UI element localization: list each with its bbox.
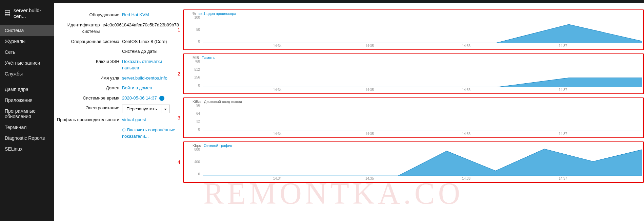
y-tick: 768 xyxy=(184,60,200,63)
info-link-4[interactable]: Показать отпечатки пальцев xyxy=(122,59,162,71)
chevron-down-icon xyxy=(164,109,167,110)
y-tick: 64 xyxy=(184,112,200,115)
svg-rect-2 xyxy=(5,15,10,16)
server-icon xyxy=(5,10,10,16)
sidebar-item-accounts[interactable]: Учётные записи xyxy=(0,58,54,68)
chart-title[interactable]: Память xyxy=(202,56,215,60)
sidebar-item-terminal[interactable]: Терминал xyxy=(0,122,54,133)
info-label: Оборудование xyxy=(54,12,122,18)
annotation-number: 3 xyxy=(178,115,180,120)
y-tick: 0 xyxy=(184,84,200,87)
svg-rect-0 xyxy=(5,10,10,12)
sidebar-item-logs[interactable]: Журналы xyxy=(0,36,54,47)
sidebar-item-system[interactable]: Система xyxy=(0,25,54,36)
y-tick: 512 xyxy=(184,68,200,71)
info-value: Система до даты xyxy=(122,48,179,55)
info-icon[interactable]: i xyxy=(159,96,164,101)
sidebar-item-kdump[interactable]: Дамп ядра xyxy=(0,84,54,95)
info-label: Идентификатор системы xyxy=(54,22,102,35)
info-label: Профиль производительности xyxy=(54,116,122,123)
sidebar: server.build-cen... СистемаЖурналыСетьУч… xyxy=(0,3,54,221)
info-label: Операционная система xyxy=(54,38,122,45)
chart-unit: MiB xyxy=(193,56,199,60)
info-label: Домен xyxy=(54,85,122,91)
chart-plot xyxy=(203,148,642,176)
sidebar-item-apps[interactable]: Приложения xyxy=(0,95,54,106)
svg-rect-1 xyxy=(5,13,10,14)
y-tick: 400 xyxy=(184,160,200,164)
x-tick: 14:35 xyxy=(365,88,374,92)
x-tick: 14:37 xyxy=(559,177,567,180)
info-label: Имя узла xyxy=(54,75,122,82)
restart-dropdown[interactable] xyxy=(161,105,170,113)
chart-1: 1%из 1 ядра процессора10050014:3414:3514… xyxy=(183,9,644,50)
x-tick: 14:34 xyxy=(273,88,282,92)
info-label xyxy=(54,48,122,55)
y-tick: 32 xyxy=(184,119,200,123)
x-tick: 14:37 xyxy=(559,132,567,136)
sidebar-item-services[interactable]: Службы xyxy=(0,68,54,79)
chart-title[interactable]: Сетевой трафик xyxy=(204,143,232,148)
chart-unit: KiB/s xyxy=(193,100,201,104)
chart-plot xyxy=(203,104,642,131)
x-tick: 14:37 xyxy=(559,44,567,48)
system-info: ОборудованиеRed Hat KVMИдентификатор сис… xyxy=(54,9,183,221)
x-tick: 14:37 xyxy=(559,88,567,92)
annotation-number: 4 xyxy=(178,159,180,165)
info-label: Системное время xyxy=(54,95,122,102)
chart-2: 2MiBПамять768512256014:3414:3514:3614:37 xyxy=(183,53,644,94)
chart-4: 4KbpsСетевой трафик800400014:3414:3514:3… xyxy=(183,141,644,183)
chart-title[interactable]: из 1 ядра процессора xyxy=(199,12,236,16)
y-tick: 0 xyxy=(184,40,200,43)
annotation-number: 1 xyxy=(178,27,180,32)
sidebar-item-net[interactable]: Сеть xyxy=(0,47,54,58)
x-tick: 14:34 xyxy=(273,177,282,180)
y-tick: 100 xyxy=(184,16,200,19)
info-link-5[interactable]: server.build-centos.info xyxy=(122,75,167,81)
info-label: Электропитание xyxy=(54,105,122,113)
sidebar-item-updates[interactable]: Программные обновления xyxy=(0,106,54,122)
chart-title: Дисковый ввод-вывод xyxy=(204,100,242,104)
x-tick: 14:35 xyxy=(365,177,374,180)
info-link-7[interactable]: 2020-05-06 14:37 xyxy=(122,95,157,101)
info-label: Ключи SSH xyxy=(54,58,122,71)
info-link-0[interactable]: Red Hat KVM xyxy=(122,12,149,17)
y-tick: 0 xyxy=(184,172,200,176)
y-tick: 256 xyxy=(184,75,200,79)
chart-unit: Kbps xyxy=(193,143,201,148)
chart-unit: % xyxy=(193,12,196,16)
main-content: ОборудованиеRed Hat KVMИдентификатор сис… xyxy=(54,3,644,221)
sidebar-item-diag[interactable]: Diagnostic Reports xyxy=(0,133,54,143)
x-tick: 14:35 xyxy=(365,132,374,136)
info-link-10[interactable]: ⊙Включить сохранённые показатели... xyxy=(122,127,175,139)
chart-plot xyxy=(203,60,642,87)
x-tick: 14:36 xyxy=(462,88,470,92)
y-tick: 50 xyxy=(184,28,200,31)
x-tick: 14:36 xyxy=(462,44,470,48)
x-tick: 14:35 xyxy=(365,44,374,48)
x-tick: 14:34 xyxy=(273,132,282,136)
host-name: server.build-cen... xyxy=(14,7,49,19)
info-value: CentOS Linux 8 (Core) xyxy=(122,38,179,45)
y-tick: 800 xyxy=(184,148,200,151)
chart-plot xyxy=(203,16,642,43)
info-link-9[interactable]: virtual-guest xyxy=(122,117,146,122)
y-tick: 0 xyxy=(184,128,200,131)
info-link-6[interactable]: Войти в домен xyxy=(122,85,152,90)
x-tick: 14:36 xyxy=(462,132,470,136)
x-tick: 14:36 xyxy=(462,177,470,180)
info-label xyxy=(54,127,122,140)
charts: REMONTKA.CO 1%из 1 ядра процессора100500… xyxy=(183,9,644,221)
chart-3: 3KiB/sДисковый ввод-вывод966432014:3414:… xyxy=(183,97,644,138)
sidebar-item-selinux[interactable]: SELinux xyxy=(0,143,54,154)
info-value: e4c3c09618424afea70c5b7d23b99b78 xyxy=(102,22,179,35)
y-tick: 96 xyxy=(184,104,200,107)
info-circle-icon: ⊙ xyxy=(122,127,126,132)
restart-button[interactable]: Перезапустить xyxy=(122,105,161,113)
host-header[interactable]: server.build-cen... xyxy=(0,3,54,25)
x-tick: 14:34 xyxy=(273,44,282,48)
annotation-number: 2 xyxy=(178,71,180,76)
